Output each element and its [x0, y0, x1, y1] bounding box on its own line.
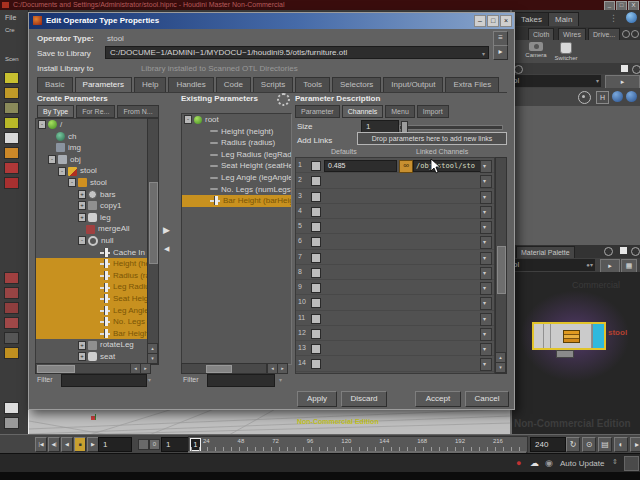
snap-diamond-tool[interactable] — [4, 117, 19, 129]
tree-item[interactable]: ch — [36, 131, 148, 143]
parameter-description-tab[interactable]: Parameter — [295, 105, 340, 118]
channel-dropdown-button[interactable] — [480, 221, 492, 234]
realtime-toggle-icon[interactable]: ↻ — [566, 437, 580, 452]
operator-path-field[interactable]: ol ▾ — [510, 75, 601, 87]
tree-item[interactable]: + leg — [36, 212, 148, 224]
tree-item[interactable]: - stool — [36, 177, 148, 189]
range-begin-field[interactable]: 1 — [161, 437, 191, 452]
default-value-field[interactable] — [324, 358, 397, 370]
parameter-description-tab[interactable]: Import — [417, 105, 449, 118]
expand-toggle-icon[interactable]: - — [78, 236, 86, 245]
menu-overflow-icon[interactable]: ⋮ — [609, 13, 618, 23]
tree-item[interactable]: + bars — [36, 189, 148, 201]
filter-input[interactable] — [61, 374, 147, 387]
linked-channel-field[interactable]: /obj/stool/sto — [413, 160, 483, 172]
linked-channel-field[interactable] — [413, 358, 483, 370]
expand-toggle-icon[interactable] — [92, 272, 100, 279]
node-bypass-flag[interactable] — [544, 324, 551, 348]
expand-toggle-icon[interactable] — [92, 295, 100, 302]
parameter-list-item[interactable]: - root — [182, 114, 291, 126]
channel-dropdown-button[interactable] — [480, 282, 492, 295]
rows-vscrollbar[interactable]: ▴ ▾ — [495, 157, 507, 374]
network-path-field[interactable]: ol ●▾ — [510, 259, 595, 271]
create-parameters-tab[interactable]: For Re... — [76, 105, 115, 118]
expand-toggle-icon[interactable] — [202, 151, 210, 158]
default-value-field[interactable] — [324, 297, 397, 309]
channel-dropdown-button[interactable] — [480, 252, 492, 265]
library-pick-button[interactable]: ▸ — [493, 45, 508, 60]
size-slider[interactable] — [399, 125, 503, 130]
render-tool-1[interactable] — [4, 272, 19, 284]
pane-add-icon[interactable] — [604, 247, 613, 256]
expand-toggle-icon[interactable]: + — [78, 341, 86, 350]
dialog-tab[interactable]: Basic — [37, 77, 73, 92]
dialog-tab[interactable]: Code — [216, 77, 251, 92]
os-window-button[interactable]: X — [628, 1, 639, 10]
channel-dropdown-button[interactable] — [480, 236, 492, 249]
linked-channel-field[interactable] — [413, 252, 483, 264]
accept-button[interactable]: Accept — [415, 391, 461, 407]
scrollbar-thumb[interactable] — [497, 246, 506, 294]
row-checkbox[interactable] — [311, 314, 321, 324]
dialog-window-button[interactable]: – — [474, 15, 486, 27]
channel-dropdown-button[interactable] — [480, 297, 492, 310]
row-checkbox[interactable] — [311, 298, 321, 308]
link-icon[interactable]: ∞ — [399, 160, 413, 173]
handles-tool[interactable] — [4, 87, 19, 99]
row-checkbox[interactable] — [311, 237, 321, 247]
default-value-field[interactable] — [324, 374, 397, 375]
bundle-tool[interactable] — [4, 347, 19, 359]
expand-toggle-icon[interactable] — [92, 260, 100, 267]
expand-toggle-icon[interactable] — [202, 139, 210, 146]
tree-item[interactable]: - obj — [36, 154, 148, 166]
render-tool-3[interactable] — [4, 302, 19, 314]
objects-tool[interactable] — [4, 147, 19, 159]
prev-frame[interactable]: ◀| — [48, 437, 60, 452]
default-value-field[interactable] — [324, 252, 397, 264]
expand-toggle-icon[interactable]: - — [58, 167, 66, 176]
tree-item[interactable]: Seat Height — [36, 293, 148, 305]
record-tool[interactable] — [4, 162, 19, 174]
pane-maximize-icon[interactable] — [620, 247, 627, 254]
expand-toggle-icon[interactable]: - — [184, 115, 192, 124]
jump-start[interactable]: |◀ — [35, 437, 47, 452]
scrollbar-thumb[interactable] — [149, 182, 158, 264]
tree-item[interactable]: - / — [36, 119, 148, 131]
file-menu[interactable]: File — [5, 14, 16, 21]
discard-button[interactable]: Discard — [341, 391, 387, 407]
create-parameters-tab[interactable]: By Type — [37, 105, 74, 118]
help-circle-icon[interactable] — [626, 91, 637, 102]
channel-dropdown-button[interactable] — [480, 374, 492, 375]
default-value-field[interactable] — [324, 328, 397, 340]
expand-toggle-icon[interactable]: - — [48, 155, 56, 164]
create-tree-hscrollbar[interactable] — [35, 363, 131, 374]
move-right-icon[interactable]: ▶ — [163, 225, 170, 235]
dialog-window-button[interactable]: □ — [487, 15, 499, 27]
default-value-field[interactable]: 0.485 — [324, 160, 397, 172]
default-value-field[interactable] — [324, 267, 397, 279]
linked-channel-field[interactable] — [413, 374, 483, 375]
row-checkbox[interactable] — [311, 344, 321, 354]
row-checkbox[interactable] — [311, 207, 321, 217]
keyframes-icon[interactable]: ▤ — [598, 437, 612, 452]
tree-item[interactable]: Leg Angle — [36, 305, 148, 317]
material-tool[interactable] — [4, 177, 19, 189]
row-checkbox[interactable] — [311, 253, 321, 263]
parameter-list-item[interactable]: Height (height) — [182, 126, 291, 138]
linked-channel-field[interactable] — [413, 267, 483, 279]
create-tree-vscrollbar[interactable]: ▴ ▾ — [147, 118, 159, 365]
tab-main[interactable]: Main — [548, 12, 579, 26]
dialog-tab[interactable]: Scripts — [253, 77, 293, 92]
linked-channel-field[interactable] — [413, 236, 483, 248]
linked-channel-field[interactable] — [413, 221, 483, 233]
stool-node[interactable] — [532, 322, 606, 350]
render-tool-2[interactable] — [4, 287, 19, 299]
channel-dropdown-button[interactable] — [480, 313, 492, 326]
default-value-field[interactable] — [324, 191, 397, 203]
scrollbar-thumb[interactable] — [206, 365, 232, 373]
move-left-icon[interactable]: ◀ — [164, 245, 169, 253]
dialog-tab[interactable]: Selectors — [332, 77, 381, 92]
link-tool[interactable] — [4, 417, 19, 429]
cancel-button[interactable]: Cancel — [465, 391, 509, 407]
parameter-list-item[interactable]: No. Legs (numLegs) — [182, 184, 291, 196]
